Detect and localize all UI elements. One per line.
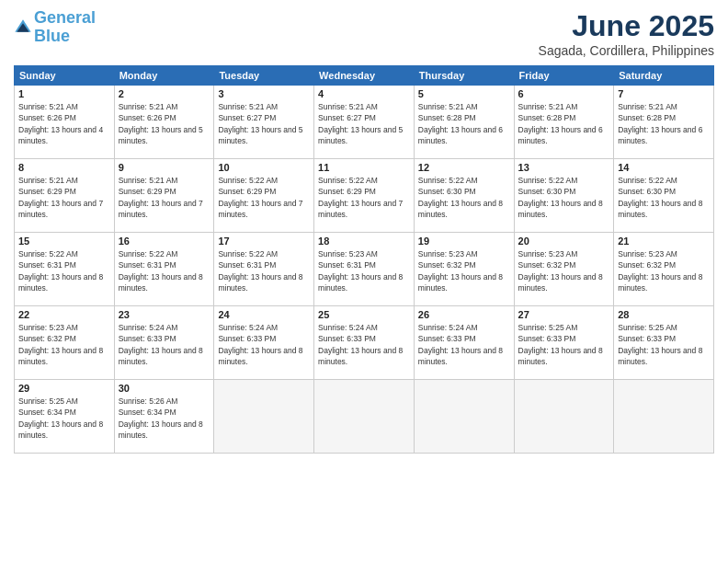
table-row: 4 Sunrise: 5:21 AM Sunset: 6:27 PM Dayli… [314, 86, 415, 159]
logo-general: General [34, 8, 96, 27]
cell-info: Sunrise: 5:21 AM Sunset: 6:29 PM Dayligh… [18, 175, 110, 220]
daylight-label: Daylight: 13 hours and 8 minutes. [218, 346, 302, 366]
table-row: 12 Sunrise: 5:22 AM Sunset: 6:30 PM Dayl… [414, 159, 514, 233]
sunset-label: Sunset: 6:32 PM [18, 334, 76, 343]
cell-info: Sunrise: 5:22 AM Sunset: 6:31 PM Dayligh… [218, 248, 310, 293]
daylight-label: Daylight: 13 hours and 8 minutes. [18, 419, 103, 440]
sunset-label: Sunset: 6:34 PM [18, 408, 76, 417]
sunset-label: Sunset: 6:33 PM [518, 334, 576, 343]
sunrise-label: Sunrise: 5:21 AM [119, 176, 178, 185]
table-row: 14 Sunrise: 5:22 AM Sunset: 6:30 PM Dayl… [614, 159, 714, 233]
sunset-label: Sunset: 6:34 PM [119, 408, 176, 417]
daylight-label: Daylight: 13 hours and 8 minutes. [18, 272, 103, 293]
sunrise-label: Sunrise: 5:24 AM [318, 323, 378, 332]
daylight-label: Daylight: 13 hours and 6 minutes. [418, 125, 503, 145]
daylight-label: Daylight: 13 hours and 5 minutes. [218, 125, 302, 145]
day-number: 18 [318, 236, 410, 247]
calendar-table: Sunday Monday Tuesday Wednesday Thursday… [14, 65, 714, 454]
logo-text: General Blue [34, 9, 96, 46]
table-row: 24 Sunrise: 5:24 AM Sunset: 6:33 PM Dayl… [214, 306, 314, 380]
sunrise-label: Sunrise: 5:21 AM [119, 102, 178, 111]
table-row: 26 Sunrise: 5:24 AM Sunset: 6:33 PM Dayl… [414, 306, 514, 380]
calendar-page: General Blue June 2025 Sagada, Cordiller… [0, 0, 728, 563]
daylight-label: Daylight: 13 hours and 5 minutes. [318, 125, 403, 145]
sunrise-label: Sunrise: 5:23 AM [318, 249, 378, 259]
daylight-label: Daylight: 13 hours and 8 minutes. [618, 346, 702, 366]
cell-info: Sunrise: 5:22 AM Sunset: 6:31 PM Dayligh… [18, 248, 110, 293]
sunset-label: Sunset: 6:32 PM [418, 260, 476, 270]
table-row: 28 Sunrise: 5:25 AM Sunset: 6:33 PM Dayl… [614, 306, 714, 380]
table-row: 18 Sunrise: 5:23 AM Sunset: 6:31 PM Dayl… [314, 233, 415, 306]
cell-info: Sunrise: 5:22 AM Sunset: 6:30 PM Dayligh… [618, 175, 710, 220]
cell-info: Sunrise: 5:25 AM Sunset: 6:33 PM Dayligh… [518, 322, 610, 367]
daylight-label: Daylight: 13 hours and 8 minutes. [418, 199, 503, 219]
sunset-label: Sunset: 6:27 PM [318, 113, 376, 122]
table-row: 30 Sunrise: 5:26 AM Sunset: 6:34 PM Dayl… [114, 380, 214, 454]
logo: General Blue [14, 9, 96, 46]
cell-info: Sunrise: 5:22 AM Sunset: 6:31 PM Dayligh… [119, 248, 210, 293]
sunrise-label: Sunrise: 5:26 AM [119, 396, 178, 406]
daylight-label: Daylight: 13 hours and 8 minutes. [418, 272, 503, 293]
sunset-label: Sunset: 6:31 PM [218, 260, 276, 270]
day-number: 16 [119, 236, 210, 247]
table-row: 6 Sunrise: 5:21 AM Sunset: 6:28 PM Dayli… [514, 86, 614, 159]
daylight-label: Daylight: 13 hours and 6 minutes. [618, 125, 702, 145]
table-row: 15 Sunrise: 5:22 AM Sunset: 6:31 PM Dayl… [15, 233, 115, 306]
sunrise-label: Sunrise: 5:22 AM [218, 249, 278, 259]
table-row: 27 Sunrise: 5:25 AM Sunset: 6:33 PM Dayl… [514, 306, 614, 380]
daylight-label: Daylight: 13 hours and 8 minutes. [119, 419, 203, 440]
day-number: 14 [618, 162, 710, 173]
daylight-label: Daylight: 13 hours and 7 minutes. [218, 199, 302, 219]
table-row: 8 Sunrise: 5:21 AM Sunset: 6:29 PM Dayli… [15, 159, 115, 233]
table-row: 17 Sunrise: 5:22 AM Sunset: 6:31 PM Dayl… [214, 233, 314, 306]
daylight-label: Daylight: 13 hours and 8 minutes. [518, 346, 603, 366]
day-number: 29 [18, 383, 110, 394]
table-row: 1 Sunrise: 5:21 AM Sunset: 6:26 PM Dayli… [15, 86, 115, 159]
sunset-label: Sunset: 6:31 PM [119, 260, 176, 270]
sunset-label: Sunset: 6:29 PM [218, 187, 276, 196]
day-number: 21 [618, 236, 710, 247]
sunrise-label: Sunrise: 5:25 AM [618, 323, 677, 332]
daylight-label: Daylight: 13 hours and 8 minutes. [18, 346, 103, 366]
header: General Blue June 2025 Sagada, Cordiller… [14, 9, 714, 58]
day-number: 6 [518, 88, 610, 99]
sunrise-label: Sunrise: 5:24 AM [418, 323, 478, 332]
logo-icon [14, 18, 32, 37]
daylight-label: Daylight: 13 hours and 5 minutes. [119, 125, 203, 145]
sunrise-label: Sunrise: 5:22 AM [18, 249, 78, 259]
day-number: 19 [418, 236, 510, 247]
day-number: 25 [318, 309, 410, 320]
sunset-label: Sunset: 6:32 PM [518, 260, 576, 270]
col-monday: Monday [114, 66, 214, 86]
daylight-label: Daylight: 13 hours and 7 minutes. [119, 199, 203, 219]
table-row: 9 Sunrise: 5:21 AM Sunset: 6:29 PM Dayli… [114, 159, 214, 233]
table-row: 21 Sunrise: 5:23 AM Sunset: 6:32 PM Dayl… [614, 233, 714, 306]
daylight-label: Daylight: 13 hours and 6 minutes. [518, 125, 603, 145]
cell-info: Sunrise: 5:22 AM Sunset: 6:30 PM Dayligh… [518, 175, 610, 220]
cell-info: Sunrise: 5:21 AM Sunset: 6:27 PM Dayligh… [218, 101, 310, 146]
table-row: 29 Sunrise: 5:25 AM Sunset: 6:34 PM Dayl… [15, 380, 115, 454]
sunset-label: Sunset: 6:33 PM [318, 334, 376, 343]
daylight-label: Daylight: 13 hours and 8 minutes. [218, 272, 302, 293]
sunrise-label: Sunrise: 5:21 AM [318, 102, 378, 111]
sunrise-label: Sunrise: 5:21 AM [18, 102, 78, 111]
sunset-label: Sunset: 6:28 PM [518, 113, 576, 122]
daylight-label: Daylight: 13 hours and 8 minutes. [618, 199, 702, 219]
day-number: 20 [518, 236, 610, 247]
cell-info: Sunrise: 5:22 AM Sunset: 6:30 PM Dayligh… [418, 175, 510, 220]
table-row [514, 380, 614, 454]
cell-info: Sunrise: 5:21 AM Sunset: 6:28 PM Dayligh… [418, 101, 510, 146]
cell-info: Sunrise: 5:26 AM Sunset: 6:34 PM Dayligh… [119, 396, 210, 441]
day-number: 13 [518, 162, 610, 173]
sunset-label: Sunset: 6:28 PM [618, 113, 676, 122]
day-number: 10 [218, 162, 310, 173]
day-number: 2 [119, 88, 210, 99]
table-row: 5 Sunrise: 5:21 AM Sunset: 6:28 PM Dayli… [414, 86, 514, 159]
sunrise-label: Sunrise: 5:25 AM [18, 396, 78, 406]
table-row: 23 Sunrise: 5:24 AM Sunset: 6:33 PM Dayl… [114, 306, 214, 380]
cell-info: Sunrise: 5:24 AM Sunset: 6:33 PM Dayligh… [418, 322, 510, 367]
cell-info: Sunrise: 5:22 AM Sunset: 6:29 PM Dayligh… [318, 175, 410, 220]
table-row [614, 380, 714, 454]
cell-info: Sunrise: 5:21 AM Sunset: 6:26 PM Dayligh… [119, 101, 210, 146]
day-number: 11 [318, 162, 410, 173]
